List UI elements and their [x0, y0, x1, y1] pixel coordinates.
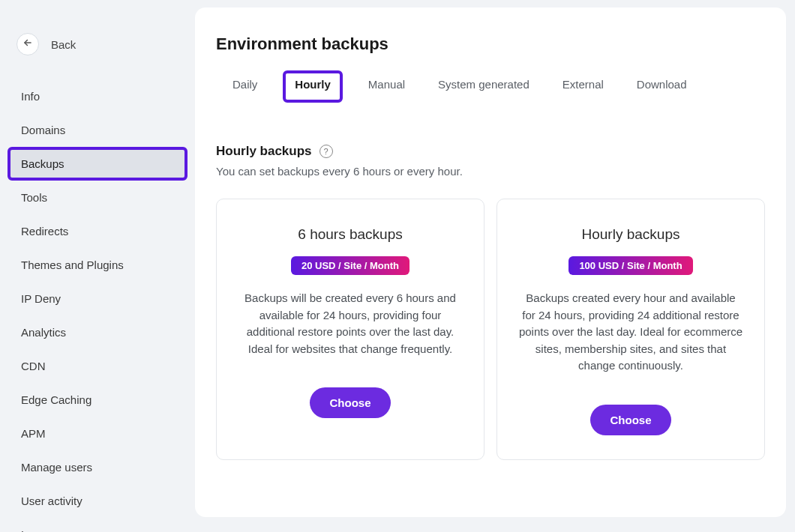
sidebar-item-tools[interactable]: Tools	[9, 182, 186, 213]
sidebar-nav: Info Domains Backups Tools Redirects The…	[9, 81, 186, 532]
plan-title: 6 hours backups	[298, 226, 402, 243]
section-title: Hourly backups	[216, 144, 312, 159]
choose-button-hourly[interactable]: Choose	[590, 405, 670, 435]
section-header: Hourly backups ?	[216, 144, 765, 159]
back-row[interactable]: Back	[9, 33, 186, 55]
sidebar-item-cdn[interactable]: CDN	[9, 351, 186, 381]
tab-external[interactable]: External	[556, 72, 610, 101]
sidebar-item-ip-deny[interactable]: IP Deny	[9, 283, 186, 314]
sidebar-item-backups[interactable]: Backups	[9, 148, 186, 179]
sidebar-item-redirects[interactable]: Redirects	[9, 216, 186, 247]
tab-system-generated[interactable]: System generated	[432, 72, 536, 101]
plan-price-badge: 20 USD / Site / Month	[291, 256, 410, 275]
back-label: Back	[51, 38, 76, 51]
sidebar-item-themes-plugins[interactable]: Themes and Plugins	[9, 250, 186, 280]
plan-cards: 6 hours backups 20 USD / Site / Month Ba…	[216, 199, 765, 460]
main-area: Environment backups Daily Hourly Manual …	[195, 0, 795, 532]
tab-download[interactable]: Download	[631, 72, 693, 101]
sidebar-item-user-activity[interactable]: User activity	[9, 486, 186, 516]
plan-card-hourly: Hourly backups 100 USD / Site / Month Ba…	[496, 199, 765, 460]
sidebar-item-analytics[interactable]: Analytics	[9, 317, 186, 348]
sidebar-item-domains[interactable]: Domains	[9, 115, 186, 145]
tab-hourly[interactable]: Hourly	[284, 72, 341, 101]
sidebar-item-manage-users[interactable]: Manage users	[9, 452, 186, 483]
sidebar: Back Info Domains Backups Tools Redirect…	[0, 0, 195, 532]
choose-button-6hours[interactable]: Choose	[310, 387, 390, 418]
plan-card-6hours: 6 hours backups 20 USD / Site / Month Ba…	[216, 199, 484, 460]
section-subtitle: You can set backups every 6 hours or eve…	[216, 165, 765, 178]
page-title: Environment backups	[216, 34, 765, 54]
tab-daily[interactable]: Daily	[226, 72, 263, 101]
plan-description: Backups will be created every 6 hours an…	[238, 290, 463, 357]
sidebar-item-apm[interactable]: APM	[9, 418, 186, 449]
backup-tabs: Daily Hourly Manual System generated Ext…	[216, 72, 765, 102]
sidebar-item-edge-caching[interactable]: Edge Caching	[9, 384, 186, 415]
content-panel: Environment backups Daily Hourly Manual …	[195, 7, 786, 517]
sidebar-item-info[interactable]: Info	[9, 81, 186, 112]
arrow-left-icon	[22, 37, 33, 51]
sidebar-item-logs[interactable]: Logs	[9, 519, 186, 532]
help-icon[interactable]: ?	[320, 145, 333, 158]
plan-price-badge: 100 USD / Site / Month	[568, 256, 692, 275]
plan-description: Backups created every hour and available…	[518, 290, 743, 375]
back-button[interactable]	[16, 33, 39, 55]
tab-manual[interactable]: Manual	[362, 72, 411, 101]
plan-title: Hourly backups	[582, 226, 680, 243]
